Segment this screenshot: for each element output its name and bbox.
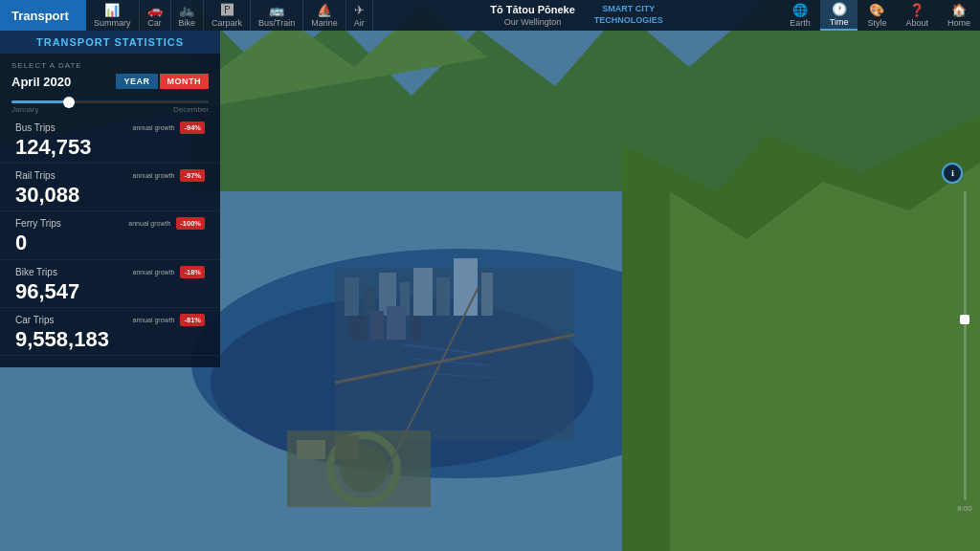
bus-badge-label: annual growth <box>133 124 175 131</box>
time-slider-container[interactable]: 8:00 <box>957 191 972 513</box>
svg-rect-17 <box>370 311 384 340</box>
bike-trips-label: Bike Trips <box>15 267 57 277</box>
nav-summary-label: Summary <box>94 18 131 28</box>
marine-icon: ⛵ <box>317 3 332 17</box>
svg-marker-6 <box>670 163 980 551</box>
nav-center-info: Tō Tātou Pōneke Our Wellington SMART CIT… <box>373 4 781 26</box>
app-logo[interactable]: Transport <box>0 0 86 31</box>
slider-fill <box>11 100 67 103</box>
slider-end-label: December <box>173 105 209 114</box>
bus-trips-row: Bus Trips annual growth -94% 124,753 <box>0 116 220 164</box>
time-icon: 🕐 <box>832 2 847 16</box>
nav-time[interactable]: 🕐 Time <box>820 0 858 31</box>
svg-rect-15 <box>481 273 493 316</box>
bike-trips-value: 96,547 <box>15 280 205 303</box>
home-icon: 🏠 <box>951 3 967 17</box>
slider-thumb[interactable] <box>63 97 75 108</box>
car-trips-row: Car Trips annual growth -81% 9,558,183 <box>0 308 220 356</box>
air-icon: ✈ <box>354 3 365 17</box>
top-navigation: Transport 📊 Summary 🚗 Car 🚲 Bike 🅿 Carpa… <box>0 0 980 31</box>
nav-style-label: Style <box>867 18 886 28</box>
car-badge-label: annual growth <box>133 317 175 323</box>
app-title: Transport <box>11 9 69 23</box>
bike-trips-row: Bike Trips annual growth -18% 96,547 <box>0 260 220 308</box>
nav-air-label: Air <box>354 18 365 28</box>
summary-icon: 📊 <box>104 3 120 17</box>
ferry-trips-label: Ferry Trips <box>15 218 61 229</box>
slider-start-label: January <box>11 105 38 114</box>
nav-earth[interactable]: 🌐 Earth <box>780 0 820 31</box>
nav-summary[interactable]: 📊 Summary <box>86 0 140 31</box>
nav-home-label: Home <box>947 18 970 28</box>
stats-panel: TRANSPORT STATISTICS SELECT A DATE April… <box>0 31 220 367</box>
style-icon: 🎨 <box>869 3 884 17</box>
month-tab[interactable]: MONTH <box>160 74 210 89</box>
date-slider-container[interactable]: January December <box>0 93 220 116</box>
rail-growth-badge: -97% <box>180 169 205 182</box>
svg-rect-19 <box>410 316 421 340</box>
stats-panel-title: TRANSPORT STATISTICS <box>0 31 220 54</box>
nav-about[interactable]: ❓ About <box>896 0 938 31</box>
city-name-english: Our Wellington <box>490 17 575 27</box>
year-tab[interactable]: YEAR <box>116 74 157 89</box>
bustrain-icon: 🚌 <box>269 3 284 17</box>
svg-rect-14 <box>454 258 478 316</box>
nav-bustrain-label: Bus/Train <box>258 18 295 28</box>
nav-marine[interactable]: ⛵ Marine <box>303 0 346 31</box>
time-indicator: ℹ <box>942 163 963 184</box>
nav-style[interactable]: 🎨 Style <box>858 0 896 31</box>
rail-trips-label: Rail Trips <box>15 170 56 181</box>
time-slider-thumb[interactable] <box>960 315 969 324</box>
nav-about-label: About <box>905 18 928 28</box>
slider-track <box>11 100 209 103</box>
nav-bike-label: Bike <box>179 18 196 28</box>
nav-carpark[interactable]: 🅿 Carpark <box>204 0 251 31</box>
bike-icon: 🚲 <box>179 3 194 17</box>
date-value: April 2020 <box>11 75 71 89</box>
nav-home[interactable]: 🏠 Home <box>938 0 980 31</box>
svg-rect-8 <box>345 277 359 316</box>
nav-earth-label: Earth <box>790 18 811 28</box>
city-name: Tō Tātou Pōneke <box>490 4 575 16</box>
time-value-label: 8:00 <box>957 504 972 513</box>
nav-bike[interactable]: 🚲 Bike <box>171 0 205 31</box>
ferry-trips-value: 0 <box>15 231 205 254</box>
svg-rect-26 <box>335 435 359 459</box>
car-icon: 🚗 <box>147 3 163 17</box>
rail-trips-row: Rail Trips annual growth -97% 30,088 <box>0 164 220 211</box>
carpark-icon: 🅿 <box>221 3 234 17</box>
svg-rect-12 <box>413 268 433 316</box>
time-circle-icon: ℹ <box>942 163 963 184</box>
rail-badge-label: annual growth <box>133 172 175 179</box>
nav-transport-icons: 📊 Summary 🚗 Car 🚲 Bike 🅿 Carpark 🚌 Bus/T… <box>86 0 373 31</box>
bus-trips-value: 124,753 <box>15 136 205 159</box>
ferry-growth-badge: -100% <box>176 217 205 230</box>
nav-marine-label: Marine <box>311 18 338 28</box>
earth-icon: 🌐 <box>792 3 808 17</box>
svg-rect-18 <box>387 306 406 340</box>
bike-growth-badge: -18% <box>180 266 205 278</box>
date-section: SELECT A DATE April 2020 YEAR MONTH <box>0 54 220 93</box>
nav-time-label: Time <box>830 17 849 27</box>
about-icon: ❓ <box>909 3 924 17</box>
ferry-badge-label: annual growth <box>128 220 170 227</box>
car-trips-value: 9,558,183 <box>15 328 205 351</box>
time-icon-label: ℹ <box>951 169 954 178</box>
car-growth-badge: -81% <box>180 314 205 326</box>
nav-right-controls: 🌐 Earth 🕐 Time 🎨 Style ❓ About 🏠 Home <box>780 0 980 31</box>
bike-badge-label: annual growth <box>133 269 175 276</box>
nav-bustrain[interactable]: 🚌 Bus/Train <box>251 0 303 31</box>
svg-rect-16 <box>349 316 367 340</box>
nav-air[interactable]: ✈ Air <box>346 0 373 31</box>
nav-carpark-label: Carpark <box>212 18 242 28</box>
date-label: SELECT A DATE <box>11 61 209 70</box>
nav-car-label: Car <box>147 18 162 28</box>
car-trips-label: Car Trips <box>15 315 55 325</box>
time-slider-track <box>964 191 967 500</box>
ferry-trips-row: Ferry Trips annual growth -100% 0 <box>0 211 220 259</box>
svg-rect-13 <box>436 277 450 316</box>
svg-rect-25 <box>297 440 325 459</box>
bus-growth-badge: -94% <box>180 121 205 134</box>
smart-city-label: SMART CITY TECHNOLOGIES <box>594 4 663 26</box>
nav-car[interactable]: 🚗 Car <box>140 0 171 31</box>
